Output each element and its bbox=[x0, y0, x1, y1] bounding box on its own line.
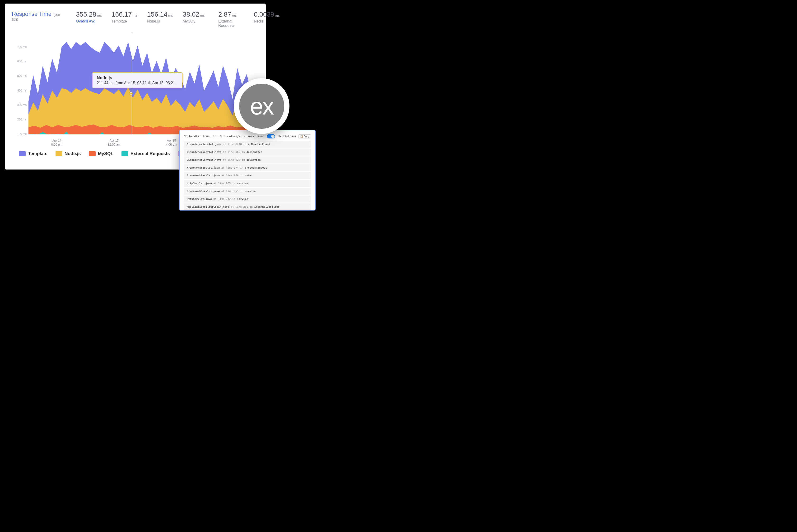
copy-icon: 📋 bbox=[300, 135, 303, 138]
stack-trace-panel: No handler found for GET /admin/api/user… bbox=[179, 130, 315, 210]
trace-row[interactable]: FrameworkServlet.java at line 866 in doG… bbox=[184, 172, 311, 179]
chart-tooltip: Node.js 211.44 ms from Apr 15, 03:11 til… bbox=[92, 72, 182, 88]
stats-row: Response Time (per txn) 355.28ms Overall… bbox=[12, 11, 259, 28]
y-tick: 700 ms bbox=[17, 45, 26, 49]
trace-row[interactable]: FrameworkServlet.java at line 974 in pro… bbox=[184, 164, 311, 171]
y-tick: 300 ms bbox=[17, 103, 26, 107]
y-tick: 500 ms bbox=[17, 74, 26, 77]
swatch-nodejs bbox=[56, 151, 62, 156]
chart-hover-point bbox=[130, 92, 132, 95]
swatch-external bbox=[122, 151, 128, 156]
trace-row[interactable]: DispatcherServlet.java at line 966 in do… bbox=[184, 149, 311, 155]
plot-region[interactable]: Node.js 211.44 ms from Apr 15, 03:11 til… bbox=[29, 33, 256, 134]
x-tick: Apr 148:00 pm bbox=[51, 138, 62, 147]
legend-item-nodejs[interactable]: Node.js bbox=[56, 151, 81, 156]
express-logo-text: ex bbox=[250, 94, 273, 118]
express-logo-inner: ex bbox=[239, 84, 284, 129]
legend-item-template[interactable]: Template bbox=[19, 151, 48, 156]
y-tick: 200 ms bbox=[17, 118, 26, 121]
legend-item-mysql[interactable]: MySQL bbox=[89, 151, 113, 156]
trace-controls: Show full trace 📋 Copy bbox=[267, 134, 311, 138]
stat-nodejs[interactable]: 156.14ms Node.js bbox=[147, 11, 173, 23]
trace-row[interactable]: DispatcherServlet.java at line 925 in do… bbox=[184, 156, 311, 163]
copy-trace-button[interactable]: 📋 Copy bbox=[298, 134, 311, 138]
legend-item-external[interactable]: External Requests bbox=[122, 151, 170, 156]
x-tick: Apr 1512:00 am bbox=[108, 138, 121, 147]
swatch-mysql bbox=[89, 151, 96, 156]
panel-title: Response Time (per txn) bbox=[12, 11, 67, 22]
y-tick: 400 ms bbox=[17, 89, 26, 92]
stat-mysql[interactable]: 38.02ms MySQL bbox=[183, 11, 209, 23]
y-tick: 100 ms bbox=[17, 132, 26, 136]
chart-area[interactable]: 100 ms 200 ms 300 ms 400 ms 500 ms 600 m… bbox=[14, 33, 256, 144]
trace-header: No handler found for GET /admin/api/user… bbox=[184, 134, 311, 138]
trace-row[interactable]: HttpServlet.java at line 742 in service bbox=[184, 195, 311, 203]
swatch-template bbox=[19, 151, 25, 156]
trace-error-title: No handler found for GET /admin/api/user… bbox=[184, 135, 262, 138]
stat-overall-avg[interactable]: 355.28ms Overall Avg bbox=[76, 11, 102, 23]
x-tick: Apr 154:00 am bbox=[166, 138, 177, 147]
stat-external-requests[interactable]: 2.87ms External Requests bbox=[218, 11, 244, 28]
trace-row[interactable]: ApplicationFilterChain.java at line 231 … bbox=[184, 204, 311, 210]
show-full-trace-toggle[interactable] bbox=[267, 134, 275, 138]
stat-redis[interactable]: 0.0039ms Redis bbox=[254, 11, 280, 23]
tooltip-detail: 211.44 ms from Apr 15, 03:11 till Apr 15… bbox=[97, 81, 178, 85]
y-tick: 600 ms bbox=[17, 60, 26, 63]
tooltip-series: Node.js bbox=[97, 75, 178, 80]
trace-list: DispatcherServlet.java at line 1210 in n… bbox=[184, 141, 311, 210]
stat-template[interactable]: 166.17ms Template bbox=[111, 11, 138, 23]
trace-row[interactable]: HttpServlet.java at line 635 in service bbox=[184, 180, 311, 187]
title-main: Response Time bbox=[12, 11, 52, 17]
y-axis: 100 ms 200 ms 300 ms 400 ms 500 ms 600 m… bbox=[14, 33, 29, 144]
trace-row[interactable]: FrameworkServlet.java at line 851 in ser… bbox=[184, 188, 311, 195]
trace-row[interactable]: DispatcherServlet.java at line 1210 in n… bbox=[184, 141, 311, 148]
express-logo-badge: ex bbox=[234, 78, 289, 134]
show-full-trace-label: Show full trace bbox=[277, 135, 296, 138]
